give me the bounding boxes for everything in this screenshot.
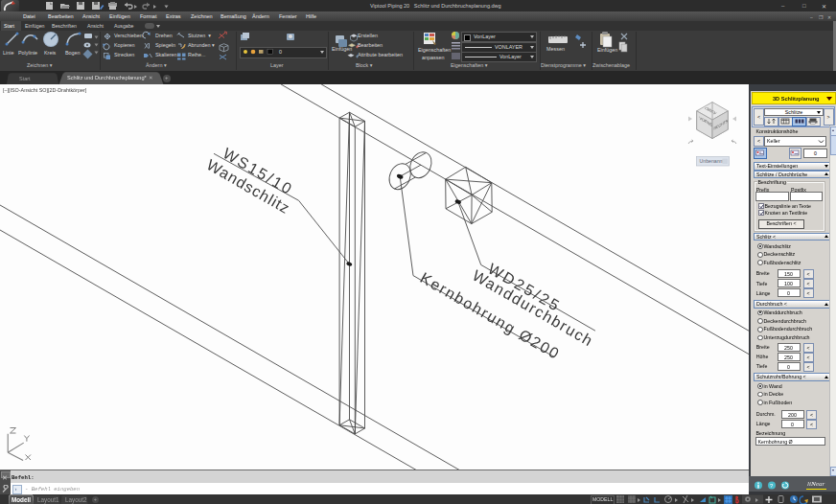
svg-text:Unbenannt: Unbenannt [700,158,725,164]
